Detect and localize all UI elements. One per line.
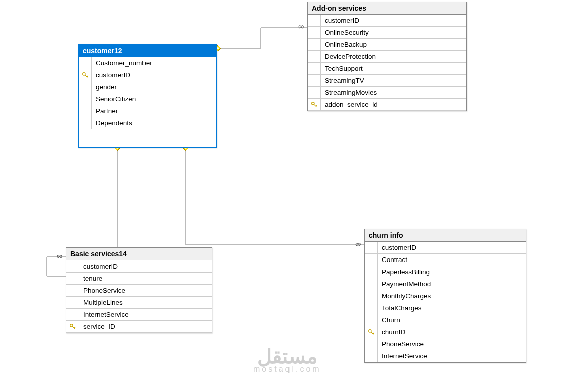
- entity-field-row[interactable]: PhoneService: [66, 285, 212, 297]
- entity-field-row[interactable]: customerID: [308, 15, 466, 27]
- key-col-empty: [365, 350, 378, 362]
- entity-field-row[interactable]: Contract: [365, 254, 526, 266]
- canvas-footer-divider: [0, 388, 578, 392]
- entity-basic-services14[interactable]: Basic services14 customerIDtenurePhoneSe…: [66, 247, 212, 333]
- field-name: PhoneService: [79, 287, 125, 294]
- entity-field-row[interactable]: InternetService: [365, 350, 526, 362]
- entity-title[interactable]: Add-on services: [308, 2, 466, 15]
- entity-field-row[interactable]: OnlineBackup: [308, 39, 466, 51]
- field-name: customerID: [378, 244, 416, 251]
- key-col-empty: [79, 117, 92, 129]
- entity-field-row[interactable]: tenure: [66, 273, 212, 285]
- field-name: OnlineBackup: [321, 41, 367, 48]
- entity-field-row[interactable]: MultipleLines: [66, 297, 212, 309]
- watermark-text-ar: مستقل: [253, 346, 321, 366]
- entity-field-row[interactable]: customerID: [66, 260, 212, 273]
- entity-field-row[interactable]: MonthlyCharges: [365, 290, 526, 302]
- key-col-empty: [365, 278, 378, 290]
- key-col-empty: [308, 39, 321, 50]
- entity-title[interactable]: churn info: [365, 229, 526, 242]
- key-col-empty: [66, 309, 79, 320]
- field-name: Partner: [92, 107, 118, 115]
- entity-body: customerIDtenurePhoneServiceMultipleLine…: [66, 260, 212, 333]
- entity-field-row[interactable]: customerID: [365, 242, 526, 254]
- field-name: OnlineSecurity: [321, 29, 369, 36]
- entity-title[interactable]: customer12: [79, 45, 216, 57]
- relationship-endpoint-many: ∞: [298, 22, 304, 31]
- key-col-empty: [365, 290, 378, 302]
- entity-field-row[interactable]: InternetService: [66, 309, 212, 321]
- entity-field-row[interactable]: addon_service_id: [308, 99, 466, 111]
- entity-title[interactable]: Basic services14: [66, 248, 212, 260]
- primary-key-icon: [66, 321, 79, 332]
- entity-field-row[interactable]: PaperlessBilling: [365, 266, 526, 278]
- field-name: MultipleLines: [79, 299, 123, 306]
- entity-field-row[interactable]: StreamingMovies: [308, 87, 466, 99]
- entity-field-row[interactable]: customerID: [79, 69, 216, 81]
- key-col-empty: [308, 63, 321, 74]
- entity-field-row[interactable]: Churn: [365, 314, 526, 326]
- key-col-empty: [79, 57, 92, 69]
- key-col-empty: [365, 314, 378, 326]
- entity-field-row[interactable]: PaymentMethod: [365, 278, 526, 290]
- key-col-empty: [79, 93, 92, 105]
- entity-field-row[interactable]: Partner: [79, 105, 216, 117]
- key-col-empty: [79, 81, 92, 93]
- key-col-empty: [365, 266, 378, 278]
- field-name: churnID: [378, 328, 405, 336]
- entity-field-row[interactable]: DeviceProtection: [308, 51, 466, 63]
- key-col-empty: [308, 15, 321, 26]
- entity-field-row[interactable]: SeniorCitizen: [79, 93, 216, 105]
- relationship-endpoint-many: ∞: [57, 252, 62, 261]
- field-name: MonthlyCharges: [378, 292, 431, 300]
- entity-field-row[interactable]: churnID: [365, 326, 526, 338]
- field-name: StreamingTV: [321, 77, 364, 84]
- entity-addon-services[interactable]: Add-on services customerIDOnlineSecurity…: [307, 2, 467, 111]
- key-col-empty: [365, 254, 378, 266]
- field-name: tenure: [79, 275, 102, 282]
- entity-field-row[interactable]: PhoneService: [365, 338, 526, 350]
- entity-field-row[interactable]: Customer_number: [79, 57, 216, 69]
- erd-canvas[interactable]: ∞ ∞ ∞ customer12 Customer_numbercustomer…: [0, 0, 578, 392]
- field-name: addon_service_id: [321, 101, 378, 108]
- entity-field-row[interactable]: service_ID: [66, 321, 212, 333]
- key-col-empty: [308, 87, 321, 98]
- entity-field-row[interactable]: TotalCharges: [365, 302, 526, 314]
- key-col-empty: [66, 273, 79, 284]
- key-col-empty: [365, 338, 378, 350]
- field-name: customerID: [79, 263, 118, 270]
- field-name: PaymentMethod: [378, 280, 431, 288]
- key-col-empty: [66, 297, 79, 308]
- entity-field-row[interactable]: TechSupport: [308, 63, 466, 75]
- field-name: Contract: [378, 256, 407, 264]
- field-name: customerID: [321, 17, 359, 24]
- entity-customer12[interactable]: customer12 Customer_numbercustomerIDgend…: [78, 44, 217, 148]
- field-name: SeniorCitizen: [92, 95, 136, 103]
- field-name: gender: [92, 83, 117, 91]
- entity-body: Customer_numbercustomerIDgenderSeniorCit…: [79, 57, 216, 147]
- entity-field-row[interactable]: Dependents: [79, 117, 216, 129]
- key-col-empty: [66, 260, 79, 272]
- field-name: DeviceProtection: [321, 53, 376, 60]
- primary-key-icon: [308, 99, 321, 110]
- relationship-endpoint-many: ∞: [355, 240, 361, 249]
- watermark: مستقل mostaql.com: [253, 346, 321, 373]
- key-col-empty: [308, 75, 321, 86]
- primary-key-icon: [79, 69, 92, 81]
- entity-field-row[interactable]: OnlineSecurity: [308, 27, 466, 39]
- watermark-text-en: mostaql.com: [253, 365, 321, 373]
- key-col-empty: [66, 285, 79, 296]
- entity-field-row[interactable]: gender: [79, 81, 216, 93]
- key-col-empty: [79, 105, 92, 117]
- entity-field-row[interactable]: StreamingTV: [308, 75, 466, 87]
- field-name: InternetService: [378, 352, 427, 360]
- entity-churn-info[interactable]: churn info customerIDContractPaperlessBi…: [364, 229, 526, 363]
- field-name: Customer_number: [92, 59, 152, 67]
- key-col-empty: [308, 27, 321, 38]
- key-col-empty: [365, 302, 378, 314]
- field-name: service_ID: [79, 323, 115, 330]
- field-name: Dependents: [92, 119, 132, 127]
- field-name: TotalCharges: [378, 304, 422, 312]
- field-name: TechSupport: [321, 65, 363, 72]
- field-name: PhoneService: [378, 340, 424, 348]
